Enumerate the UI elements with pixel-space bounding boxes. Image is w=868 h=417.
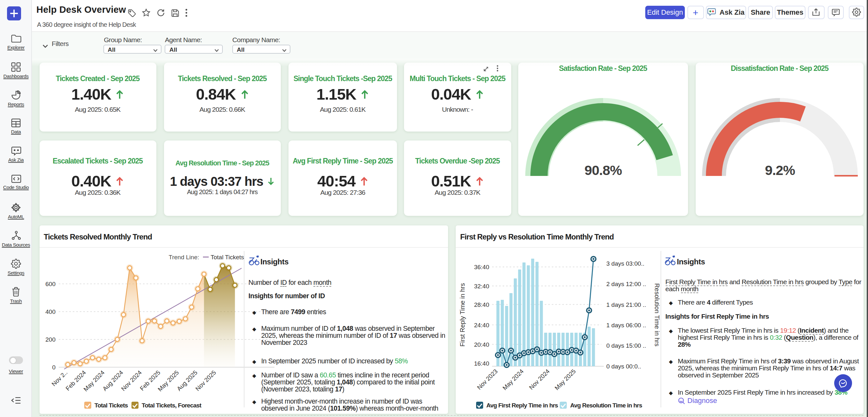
svg-text:May 2024: May 2024 xyxy=(501,368,525,391)
svg-text:36:40: 36:40 xyxy=(474,264,489,270)
svg-text:0 days 00:0..: 0 days 00:0.. xyxy=(606,363,641,370)
svg-text:1 days 21:00 ..: 1 days 21:00 .. xyxy=(606,301,646,308)
svg-text:3 days 03:00..: 3 days 03:00.. xyxy=(606,260,644,267)
svg-text:Trend Line:: Trend Line: xyxy=(168,254,199,261)
svg-text:Nov 2..: Nov 2.. xyxy=(50,369,68,387)
svg-text:28:40: 28:40 xyxy=(474,301,489,308)
svg-text:32:40: 32:40 xyxy=(474,283,489,290)
svg-text:0: 0 xyxy=(52,364,55,371)
svg-text:16:40: 16:40 xyxy=(474,360,489,367)
svg-text:600: 600 xyxy=(45,281,55,287)
svg-text:Nov 2024: Nov 2024 xyxy=(528,368,551,391)
svg-text:May 2025: May 2025 xyxy=(553,368,577,391)
svg-text:1 days 06:00 ..: 1 days 06:00 .. xyxy=(606,322,646,329)
svg-text:First Reply Time in hrs: First Reply Time in hrs xyxy=(459,283,466,347)
svg-text:Nov 2023: Nov 2023 xyxy=(476,368,499,391)
svg-text:Resolution Time in hrs: Resolution Time in hrs xyxy=(654,283,660,347)
svg-text:200: 200 xyxy=(45,336,55,343)
svg-text:Total Tickets: Total Tickets xyxy=(210,254,244,261)
svg-text:0 days 15:00 ..: 0 days 15:00 .. xyxy=(606,342,646,349)
svg-text:400: 400 xyxy=(45,308,55,315)
svg-text:24:40: 24:40 xyxy=(474,322,489,329)
svg-text:2 days 12:00 ..: 2 days 12:00 .. xyxy=(606,281,646,287)
svg-text:20:40: 20:40 xyxy=(474,341,489,348)
svg-text:9.2%: 9.2% xyxy=(765,162,795,178)
svg-text:90.8%: 90.8% xyxy=(584,162,622,178)
